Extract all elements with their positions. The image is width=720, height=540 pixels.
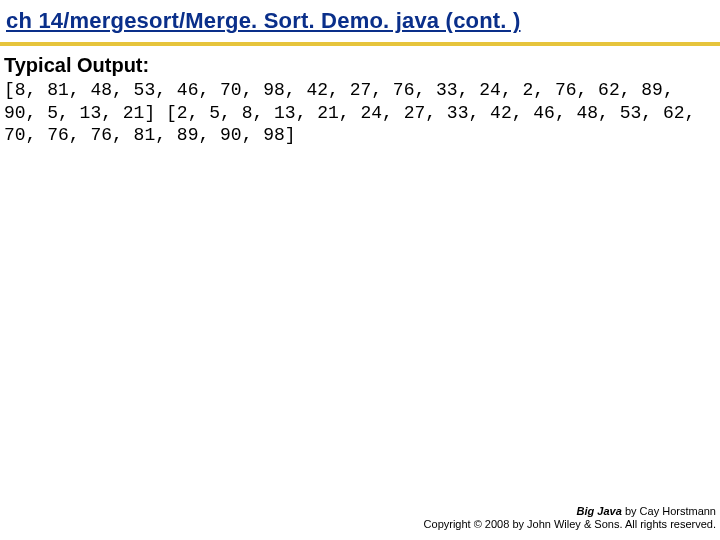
footer-line-2: Copyright © 2008 by John Wiley & Sons. A… [424,518,716,532]
footer-line-1: Big Java by Cay Horstmann [424,505,716,519]
footer: Big Java by Cay Horstmann Copyright © 20… [424,505,716,533]
slide: ch 14/mergesort/Merge. Sort. Demo. java … [0,0,720,540]
output-heading: Typical Output: [0,54,720,79]
output-text: [8, 81, 48, 53, 46, 70, 98, 42, 27, 76, … [0,79,720,147]
byline: by Cay Horstmann [622,505,716,517]
title-underline-rule [0,42,720,46]
book-title: Big Java [577,505,622,517]
slide-title: ch 14/mergesort/Merge. Sort. Demo. java … [0,0,720,40]
